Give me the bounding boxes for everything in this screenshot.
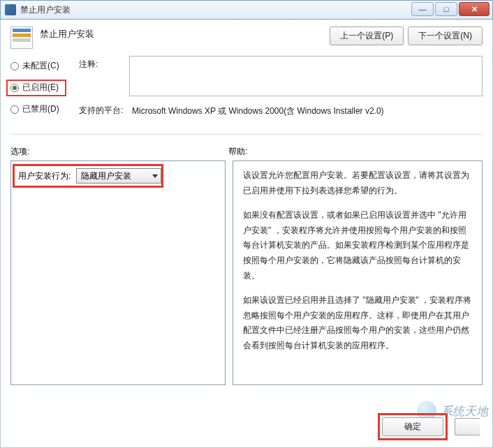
titlebar: 禁止用户安装 — □ ✕ <box>0 0 493 20</box>
behavior-select[interactable]: 隐藏用户安装 <box>76 168 161 184</box>
behavior-value: 隐藏用户安装 <box>81 170 131 182</box>
policy-title: 禁止用户安装 <box>40 27 94 40</box>
chevron-down-icon <box>152 174 158 178</box>
comment-label: 注释: <box>79 56 129 96</box>
nav-buttons: 上一个设置(P) 下一个设置(N) <box>330 27 483 45</box>
header-row: 禁止用户安装 上一个设置(P) 下一个设置(N) <box>1 20 492 53</box>
state-radios: 未配置(C) 已启用(E) 已禁用(D) <box>10 56 79 126</box>
window-title: 禁止用户安装 <box>20 4 71 16</box>
prev-setting-button[interactable]: 上一个设置(P) <box>330 27 404 45</box>
dialog-content: 禁止用户安装 上一个设置(P) 下一个设置(N) 未配置(C) 已启用(E) 已… <box>0 20 493 448</box>
section-labels: 选项: 帮助: <box>1 139 492 160</box>
help-label: 帮助: <box>228 146 247 158</box>
radio-label: 未配置(C) <box>22 60 59 72</box>
footer-buttons: 确定 <box>378 413 480 440</box>
config-area: 未配置(C) 已启用(E) 已禁用(D) 注释: 支持的平台: Microsof… <box>1 53 492 130</box>
app-icon <box>5 4 16 15</box>
platform-value: Microsoft Windows XP 或 Windows 2000(含 Wi… <box>129 102 483 120</box>
top-fields: 注释: 支持的平台: Microsoft Windows XP 或 Window… <box>79 56 483 126</box>
ok-button[interactable]: 确定 <box>382 417 443 436</box>
platform-row: 支持的平台: Microsoft Windows XP 或 Windows 20… <box>79 102 483 120</box>
help-paragraph: 如果该设置已经启用并且选择了 "隐藏用户安装" ，安装程序将忽略按照每个用户安装… <box>243 293 472 353</box>
options-label: 选项: <box>10 146 228 158</box>
highlight-ok: 确定 <box>378 413 448 440</box>
minimize-button[interactable]: — <box>411 2 434 16</box>
policy-icon <box>10 27 33 49</box>
radio-not-configured[interactable]: 未配置(C) <box>10 60 79 72</box>
radio-icon <box>10 62 19 70</box>
behavior-label: 用户安装行为: <box>18 170 71 182</box>
radio-label: 已禁用(D) <box>22 103 59 115</box>
maximize-button[interactable]: □ <box>435 2 457 16</box>
radio-icon <box>10 105 19 114</box>
next-setting-button[interactable]: 下一个设置(N) <box>408 27 483 45</box>
window-controls: — □ ✕ <box>411 2 490 16</box>
panels: 用户安装行为: 隐藏用户安装 该设置允许您配置用户安装。若要配置该设置，请将其设… <box>1 160 492 385</box>
options-panel: 用户安装行为: 隐藏用户安装 <box>10 160 226 385</box>
platform-label: 支持的平台: <box>79 102 129 120</box>
divider <box>10 134 483 135</box>
help-paragraph: 该设置允许您配置用户安装。若要配置该设置，请将其设置为已启用并使用下拉列表选择您… <box>243 168 472 198</box>
radio-enabled[interactable]: 已启用(E) <box>10 82 79 94</box>
comment-row: 注释: <box>79 56 483 96</box>
comment-input[interactable] <box>129 56 483 96</box>
close-button[interactable]: ✕ <box>459 2 490 16</box>
behavior-row: 用户安装行为: 隐藏用户安装 <box>18 168 218 184</box>
radio-label: 已启用(E) <box>22 82 59 94</box>
help-panel: 该设置允许您配置用户安装。若要配置该设置，请将其设置为已启用并使用下拉列表选择您… <box>233 160 483 385</box>
radio-disabled[interactable]: 已禁用(D) <box>10 103 79 115</box>
radio-icon <box>10 84 19 92</box>
help-paragraph: 如果没有配置该设置，或者如果已启用该设置并选中 "允许用户安装" ，安装程序将允… <box>243 208 472 283</box>
partial-button[interactable] <box>455 418 480 435</box>
